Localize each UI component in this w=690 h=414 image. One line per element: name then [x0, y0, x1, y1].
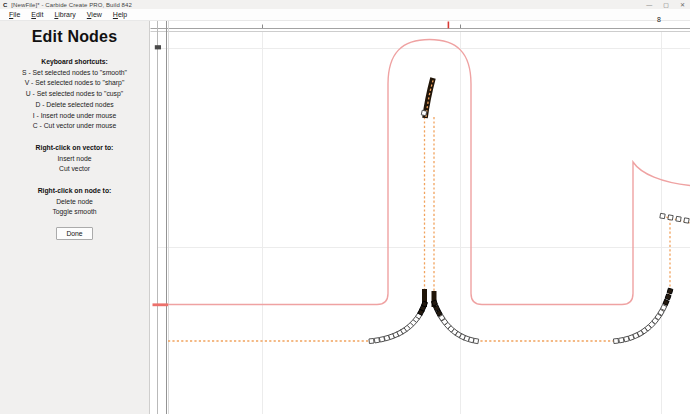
close-button[interactable]: ✕ — [680, 1, 685, 9]
menu-bar: File Edit Library View Help — [0, 9, 690, 21]
done-button[interactable]: Done — [56, 227, 92, 240]
shortcut-cut: C - Cut vector under mouse — [0, 121, 149, 132]
vector-actions-header: Right-click on vector to: — [0, 143, 149, 154]
vector-action-insert-node: Insert node — [0, 154, 149, 165]
maximize-button[interactable]: ▢ — [663, 1, 669, 9]
node-handle[interactable] — [684, 218, 689, 223]
ruler-tick-label: 8 — [654, 16, 664, 23]
node-handle[interactable] — [613, 338, 618, 343]
node-handle[interactable] — [660, 213, 665, 218]
node-action-toggle-smooth: Toggle smooth — [0, 207, 149, 218]
shortcut-sharp: V - Set selected nodes to "sharp" — [0, 78, 149, 89]
menu-item-help[interactable]: Help — [113, 11, 127, 18]
node-handle[interactable] — [665, 294, 671, 300]
node-handle[interactable] — [374, 338, 379, 343]
node-handle[interactable] — [421, 110, 426, 115]
node-handle[interactable] — [663, 299, 669, 305]
shortcut-cusp: U - Set selected nodes to "cusp" — [0, 89, 149, 100]
shortcut-delete: D - Delete selected nodes — [0, 100, 149, 111]
menu-item-edit[interactable]: Edit — [31, 11, 43, 18]
design-path[interactable] — [168, 40, 690, 305]
window-controls: — ▢ ✕ — [646, 1, 685, 9]
node-handle[interactable] — [422, 301, 428, 307]
node-handle[interactable] — [473, 338, 478, 343]
node-actions-header: Right-click on node to: — [0, 186, 149, 197]
node-handle[interactable] — [619, 338, 624, 343]
node-handle[interactable] — [676, 216, 681, 221]
app-icon: C — [3, 2, 7, 8]
ruler-marker — [155, 45, 161, 49]
shortcuts-header: Keyboard shortcuts: — [0, 57, 149, 68]
ruler-x-indicator — [448, 22, 450, 29]
shortcut-smooth: S - Set selected nodes to "smooth" — [0, 68, 149, 79]
menu-item-file[interactable]: File — [9, 11, 20, 18]
page-title: Edit Nodes — [0, 28, 149, 46]
node-handle[interactable] — [668, 215, 673, 220]
ruler-y-indicator — [153, 303, 169, 306]
shortcut-insert: I - Insert node under mouse — [0, 111, 149, 122]
minimize-button[interactable]: — — [646, 1, 652, 9]
node-handle[interactable] — [369, 338, 374, 343]
menu-item-library[interactable]: Library — [54, 11, 75, 18]
menu-item-view[interactable]: View — [87, 11, 102, 18]
node-action-delete: Delete node — [0, 197, 149, 208]
window-title: [NewFile]* - Carbide Create PRO, Build 8… — [11, 2, 132, 8]
edit-nodes-panel: Edit Nodes Keyboard shortcuts: S - Set s… — [0, 21, 150, 414]
vector-action-cut-vector: Cut vector — [0, 164, 149, 175]
node-handle[interactable] — [432, 300, 438, 306]
node-handle[interactable] — [667, 288, 673, 294]
title-bar: C [NewFile]* - Carbide Create PRO, Build… — [0, 0, 690, 9]
